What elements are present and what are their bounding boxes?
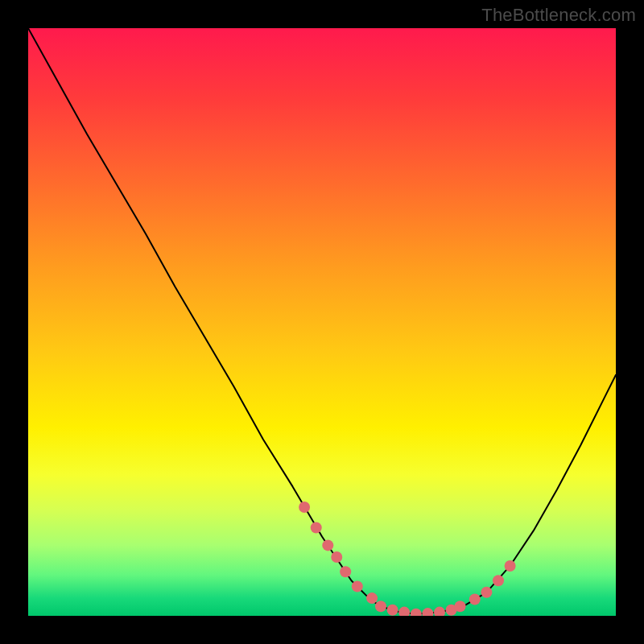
- watermark-text: TheBottleneck.com: [481, 5, 636, 26]
- marker-dot: [398, 607, 410, 616]
- marker-dot: [331, 551, 342, 563]
- plot-area: [28, 28, 616, 616]
- marker-dot: [352, 581, 363, 592]
- marker-dot: [469, 594, 481, 605]
- marker-dot: [455, 601, 466, 612]
- marker-dot: [322, 539, 333, 551]
- marker-dot: [375, 601, 386, 612]
- marker-dot: [299, 502, 310, 513]
- chart-frame: TheBottleneck.com: [0, 0, 644, 644]
- marker-dot: [481, 587, 492, 598]
- chart-svg: [28, 28, 616, 616]
- marker-dot: [493, 575, 504, 586]
- marker-dot: [411, 609, 422, 616]
- marker-dot: [505, 560, 516, 572]
- marker-dot: [340, 566, 351, 577]
- marker-dot: [366, 592, 378, 604]
- curve-line: [28, 28, 616, 614]
- marker-dot: [387, 605, 398, 616]
- marker-dot: [311, 522, 322, 534]
- marker-dot: [422, 608, 433, 616]
- marker-dot: [434, 607, 445, 616]
